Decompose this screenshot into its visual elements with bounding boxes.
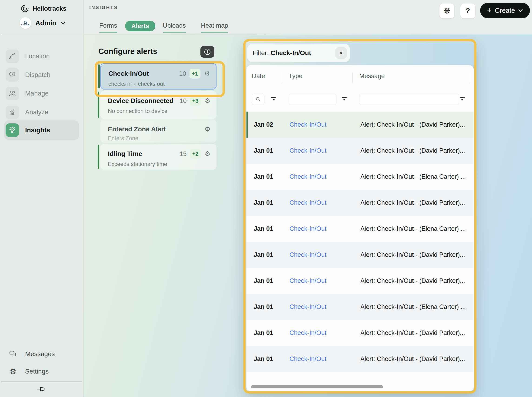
table-row[interactable]: Jan 01 Check-In/Out Alert: Check-In/Out … <box>246 216 474 242</box>
table-row[interactable]: Jan 01 Check-In/Out Alert: Check-In/Out … <box>246 268 474 294</box>
alert-card[interactable]: Entered Zone Alert ⚙ Enters Zone <box>100 119 216 143</box>
table-body: Jan 02 Check-In/Out Alert: Check-In/Out … <box>246 112 474 372</box>
gear-icon: ⚙ <box>8 368 18 375</box>
filter-results-panel: Filter: Check-In/Out × Date Type Message <box>243 39 476 393</box>
sidebar-item-analyze[interactable]: Analyze <box>4 103 79 122</box>
gear-icon[interactable]: ⚙ <box>204 70 210 77</box>
cell-date: Jan 01 <box>246 277 282 285</box>
column-header-type[interactable]: Type <box>289 73 302 80</box>
main-area: INSIGHTS Forms Alerts Uploads Heat map ❋… <box>83 0 532 397</box>
chart-icon <box>6 105 19 119</box>
alert-card-count: 10 <box>179 70 186 77</box>
cell-type-link[interactable]: Check-In/Out <box>282 121 352 128</box>
cell-message: Alert: Check-In/Out - (David Parker)... <box>352 329 474 337</box>
cell-message: Alert: Check-In/Out - (David Parker)... <box>352 251 474 259</box>
sidebar-item-settings[interactable]: ⚙ Settings <box>4 364 79 379</box>
sidebar-item-manage[interactable]: Manage <box>4 84 79 103</box>
help-button[interactable]: ? <box>460 4 475 18</box>
alert-card-subtitle: Exceeds stationary time <box>108 161 210 167</box>
top-bar: INSIGHTS Forms Alerts Uploads Heat map ❋… <box>83 0 532 34</box>
cell-date: Jan 01 <box>246 329 282 337</box>
alert-card-badge: +2 <box>190 149 201 159</box>
cell-type-link[interactable]: Check-In/Out <box>282 199 352 206</box>
tab-underline <box>99 32 117 32</box>
alert-card[interactable]: Device Disconnected 10 +3 ⚙ No connectio… <box>100 91 216 119</box>
account-switcher[interactable]: BAYVIEW Admin <box>19 17 66 29</box>
cell-type-link[interactable]: Check-In/Out <box>282 355 352 363</box>
avatar-label: BAYVIEW <box>21 24 30 25</box>
tab-underline <box>163 32 186 32</box>
pin-sidebar-button[interactable] <box>35 384 48 394</box>
cell-date: Jan 01 <box>246 303 282 310</box>
gear-icon[interactable]: ⚙ <box>205 98 210 104</box>
message-filter-input[interactable] <box>359 94 459 105</box>
cell-date: Jan 01 <box>246 147 282 154</box>
alert-card-count: 15 <box>180 150 187 158</box>
cell-type-link[interactable]: Check-In/Out <box>282 329 352 337</box>
type-filter-input[interactable] <box>289 94 337 105</box>
tab-heat-map[interactable]: Heat map <box>201 22 228 29</box>
alert-card-subtitle: checks in + checks out <box>108 81 210 87</box>
plus-icon: + <box>487 6 492 15</box>
chevron-down-icon <box>60 22 66 25</box>
search-icon <box>256 97 261 102</box>
tab-forms[interactable]: Forms <box>99 22 117 29</box>
alert-card-title: Idling Time <box>108 150 180 158</box>
message-filter-icon[interactable] <box>459 96 466 103</box>
sidebar-item-label: Settings <box>25 368 49 375</box>
date-filter-icon[interactable] <box>270 96 277 103</box>
table-row[interactable]: Jan 01 Check-In/Out Alert: Check-In/Out … <box>246 164 474 190</box>
alert-card[interactable]: Idling Time 15 +2 ⚙ Exceeds stationary t… <box>100 144 216 170</box>
remove-filter-button[interactable]: × <box>335 47 347 59</box>
column-header-date[interactable]: Date <box>252 73 265 80</box>
alert-card[interactable]: Check-In/Out 10 +1 ⚙ checks in + checks … <box>100 63 216 89</box>
table-row[interactable]: Jan 01 Check-In/Out Alert: Check-In/Out … <box>246 320 474 346</box>
cell-message: Alert: Check-In/Out - (David Parker)... <box>352 121 474 128</box>
cell-type-link[interactable]: Check-In/Out <box>282 147 352 154</box>
sidebar: Hellotracks BAYVIEW Admin Locatio <box>0 0 83 397</box>
table-row[interactable]: Jan 01 Check-In/Out Alert: Check-In/Out … <box>246 346 474 372</box>
table-row[interactable]: Jan 01 Check-In/Out Alert: Check-In/Out … <box>246 138 474 164</box>
sidebar-item-messages[interactable]: Messages <box>4 346 79 362</box>
gear-icon[interactable]: ⚙ <box>205 151 210 157</box>
sidebar-item-dispatch[interactable]: Dispatch <box>4 66 79 84</box>
sidebar-item-insights[interactable]: Insights <box>4 120 79 140</box>
gear-icon[interactable]: ⚙ <box>205 126 210 132</box>
chevron-down-icon <box>518 9 523 12</box>
column-header-message[interactable]: Message <box>359 73 385 80</box>
avatar: BAYVIEW <box>19 17 31 29</box>
divider <box>1 35 82 35</box>
cell-type-link[interactable]: Check-In/Out <box>282 225 352 232</box>
column-divider <box>470 73 470 83</box>
page-title: INSIGHTS <box>89 5 118 10</box>
cell-date: Jan 01 <box>246 173 282 180</box>
sidebar-item-location[interactable]: Location <box>4 47 79 66</box>
cell-message: Alert: Check-In/Out - (Elena Carter) ... <box>352 225 474 232</box>
type-filter-icon[interactable] <box>341 96 348 103</box>
table-row[interactable]: Jan 02 Check-In/Out Alert: Check-In/Out … <box>246 112 474 138</box>
cell-type-link[interactable]: Check-In/Out <box>282 173 352 180</box>
brand[interactable]: Hellotracks <box>20 4 67 13</box>
filter-chip-label: Filter: Check-In/Out <box>252 49 335 57</box>
add-alert-button[interactable] <box>200 46 214 58</box>
cell-type-link[interactable]: Check-In/Out <box>282 303 352 310</box>
tab-alerts[interactable]: Alerts <box>125 21 155 31</box>
table-row[interactable]: Jan 01 Check-In/Out Alert: Check-In/Out … <box>246 190 474 216</box>
alerts-table: Date Type Message <box>246 65 474 391</box>
alert-card-badge: +1 <box>189 69 200 79</box>
table-row[interactable]: Jan 01 Check-In/Out Alert: Check-In/Out … <box>246 294 474 320</box>
alert-active-indicator <box>98 145 99 169</box>
horizontal-scrollbar[interactable] <box>251 385 383 388</box>
tab-uploads[interactable]: Uploads <box>163 22 186 29</box>
column-divider <box>352 73 353 83</box>
dispatch-bubble-clock-icon <box>6 68 19 81</box>
ai-assistant-button[interactable]: ❋ <box>439 4 454 18</box>
date-search-input[interactable] <box>252 94 264 105</box>
create-button[interactable]: + Create <box>480 3 530 18</box>
cell-type-link[interactable]: Check-In/Out <box>282 251 352 259</box>
active-filter-chip: Filter: Check-In/Out × <box>247 44 350 62</box>
cell-message: Alert: Check-In/Out - (Elena Carter) ... <box>352 173 474 180</box>
table-row[interactable]: Jan 01 Check-In/Out Alert: Check-In/Out … <box>246 242 474 268</box>
cell-type-link[interactable]: Check-In/Out <box>282 277 352 285</box>
cell-message: Alert: Check-In/Out - (David Parker)... <box>352 277 474 285</box>
